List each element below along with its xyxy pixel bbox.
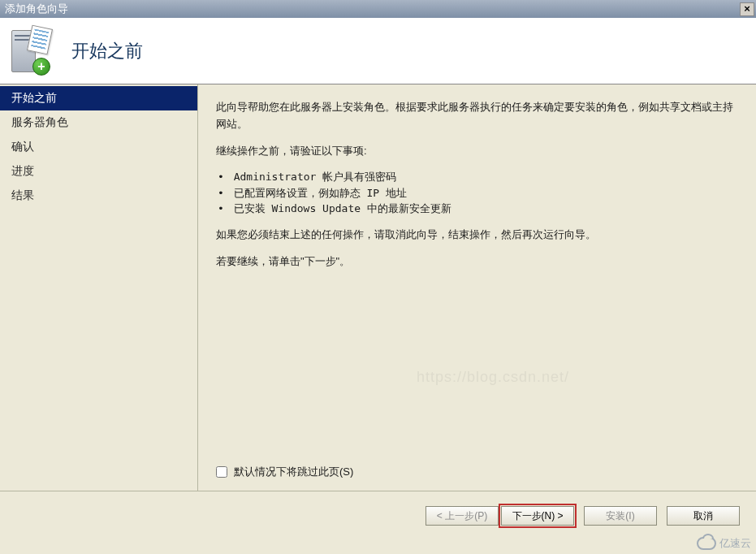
sidebar-item-label: 开始之前 [11,91,57,104]
continue-note: 若要继续，请单击"下一步"。 [216,253,738,271]
sidebar-item-label: 进度 [11,164,34,177]
wizard-footer: < 上一步(P) 下一步(N) > 安装(I) 取消 [0,491,756,544]
sidebar-item-before-you-begin[interactable]: 开始之前 [0,86,197,110]
skip-page-label: 默认情况下将跳过此页(S) [234,465,353,479]
list-item: 已安装 Windows Update 中的最新安全更新 [216,201,738,217]
window-title: 添加角色向导 [5,2,68,16]
sidebar-item-label: 确认 [11,140,34,153]
close-button[interactable]: × [740,2,754,16]
install-button: 安装(I) [584,506,657,526]
list-item: Administrator 帐户具有强密码 [216,169,738,185]
provider-watermark: 亿速云 [697,536,751,551]
cloud-icon [697,537,716,550]
verify-heading: 继续操作之前，请验证以下事项: [216,143,738,160]
wizard-header: + 开始之前 [0,18,756,84]
watermark-text: 亿速云 [719,536,751,551]
page-title: 开始之前 [71,39,143,63]
nav-button-group: < 上一步(P) 下一步(N) > [426,506,574,526]
wizard-body: 开始之前 服务器角色 确认 进度 结果 此向导帮助您在此服务器上安装角色。根据要… [0,84,756,491]
cancel-note: 如果您必须结束上述的任何操作，请取消此向导，结束操作，然后再次运行向导。 [216,227,738,244]
list-item: 已配置网络设置，例如静态 IP 地址 [216,185,738,201]
next-button[interactable]: 下一步(N) > [501,506,574,526]
sidebar-item-label: 结果 [11,188,34,201]
verify-list: Administrator 帐户具有强密码 已配置网络设置，例如静态 IP 地址… [216,169,738,217]
sidebar-item-results[interactable]: 结果 [0,184,197,208]
cancel-button[interactable]: 取消 [667,506,740,526]
title-bar: 添加角色向导 × [0,0,756,18]
sidebar-item-confirmation[interactable]: 确认 [0,135,197,159]
sidebar-item-server-roles[interactable]: 服务器角色 [0,110,197,135]
skip-page-option[interactable]: 默认情况下将跳过此页(S) [216,465,353,479]
sidebar-item-label: 服务器角色 [11,115,68,128]
previous-button: < 上一步(P) [426,506,499,526]
wizard-steps-sidebar: 开始之前 服务器角色 确认 进度 结果 [0,84,198,491]
background-watermark-url: https://blog.csdn.net/ [417,369,569,386]
server-wizard-icon: + [8,27,57,76]
sidebar-item-progress[interactable]: 进度 [0,159,197,184]
intro-text: 此向导帮助您在此服务器上安装角色。根据要求此服务器执行的任务来确定要安装的角色，… [216,99,738,133]
wizard-content: 此向导帮助您在此服务器上安装角色。根据要求此服务器执行的任务来确定要安装的角色，… [198,84,756,491]
skip-page-checkbox[interactable] [216,466,227,478]
